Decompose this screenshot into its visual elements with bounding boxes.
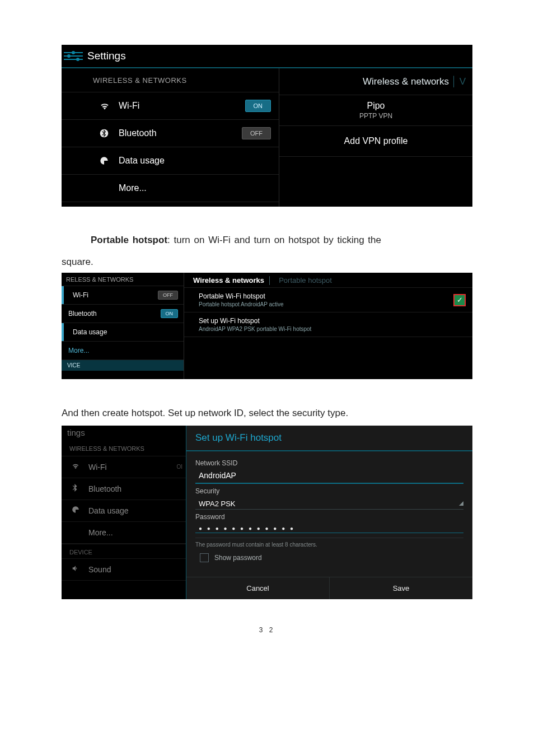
bluetooth-icon — [72, 484, 82, 493]
password-label: Password — [195, 513, 463, 521]
page-number: 3 2 — [62, 626, 472, 634]
dropdown-icon — [459, 501, 463, 506]
sound-row[interactable]: Sound — [62, 558, 186, 581]
paragraph-create-hotspot: And then create hotspot. Set up network … — [62, 405, 472, 422]
set-up-wifi-hotspot-row[interactable]: Set up Wi-Fi hotspot AndroidAP WPA2 PSK … — [184, 312, 472, 337]
active-marker — [62, 323, 64, 341]
settings-right-pane: Wireless & networks│V Pipo PPTP VPN Add … — [279, 68, 472, 207]
wifi-icon — [72, 463, 82, 471]
wifi-toggle-2[interactable]: OFF — [158, 291, 178, 300]
hotspot-checkbox[interactable]: ✓ — [453, 294, 466, 306]
more-label: More... — [119, 183, 271, 193]
wifi-row-2[interactable]: Wi-Fi OFF — [62, 286, 184, 305]
paragraph-portable-hotspot: Portable hotspot: turn on Wi-Fi and turn… — [62, 229, 472, 251]
section-wireless-networks: WIRELESS & NETWORKS — [62, 68, 279, 92]
ssid-label: Network SSID — [195, 459, 463, 467]
settings-header: Settings — [62, 45, 472, 68]
settings-title-cut: tings — [62, 426, 186, 440]
more-row[interactable]: More... — [62, 174, 279, 202]
breadcrumb-2: Wireless & networks│Portable hotspot — [184, 273, 472, 288]
security-spinner[interactable]: WPA2 PSK — [195, 496, 463, 510]
vpn-profile-pipo[interactable]: Pipo PPTP VPN — [279, 95, 472, 126]
vpn-name: Pipo — [287, 101, 465, 111]
show-password-checkbox[interactable] — [200, 553, 209, 562]
data-usage-label: Data usage — [119, 156, 271, 166]
password-input[interactable]: ● ● ● ● ● ● ● ● ● ● ● ● — [195, 522, 463, 533]
dialog-title: Set up Wi-Fi hotspot — [186, 426, 472, 451]
ssid-input[interactable]: AndroidAP — [195, 468, 463, 484]
paragraph-portable-hotspot-cont: square. — [62, 251, 472, 273]
settings-left-pane: WIRELESS & NETWORKS Wi-Fi ON Bluetooth O… — [62, 68, 279, 207]
save-button[interactable]: Save — [330, 577, 472, 599]
setup-hotspot-dialog-screenshot: tings WIRELESS & NETWORKS Wi-Fi OI Bluet… — [62, 426, 472, 599]
active-marker — [62, 286, 64, 304]
portable-hotspot-screenshot: RELESS & NETWORKS Wi-Fi OFF Bluetooth ON… — [62, 273, 472, 379]
bluetooth-toggle[interactable]: OFF — [242, 127, 271, 139]
more-row-2[interactable]: More... — [62, 341, 184, 360]
wifi-row[interactable]: Wi-Fi ON — [62, 92, 279, 120]
settings-vpn-screenshot: Settings WIRELESS & NETWORKS Wi-Fi ON Bl… — [62, 45, 472, 207]
section-device-2: VICE — [62, 360, 184, 371]
cancel-button[interactable]: Cancel — [186, 577, 330, 599]
bluetooth-row[interactable]: Bluetooth OFF — [62, 119, 279, 147]
data-usage-row-2[interactable]: Data usage — [62, 323, 184, 342]
data-usage-row[interactable]: Data usage — [62, 147, 279, 175]
security-label: Security — [195, 487, 463, 495]
bluetooth-label: Bluetooth — [119, 128, 242, 138]
data-usage-icon — [100, 156, 111, 165]
password-hint: The password must contain at least 8 cha… — [195, 538, 463, 550]
portable-wifi-hotspot-row[interactable]: Portable Wi-Fi hotspot Portable hotspot … — [184, 287, 472, 312]
sound-icon — [72, 564, 82, 574]
breadcrumb: Wireless & networks│V — [279, 68, 472, 95]
section-wireless-networks-3: WIRELESS & NETWORKS — [62, 440, 186, 456]
settings-title: Settings — [87, 50, 126, 62]
add-vpn-profile[interactable]: Add VPN profile — [279, 125, 472, 157]
wifi-label: Wi-Fi — [119, 101, 245, 111]
section-device: DEVICE — [62, 544, 186, 559]
more-row-3[interactable]: More... — [62, 521, 186, 544]
wifi-row-3[interactable]: Wi-Fi OI — [62, 456, 186, 478]
bluetooth-row-3[interactable]: Bluetooth — [62, 478, 186, 500]
section-wireless-networks-2: RELESS & NETWORKS — [62, 273, 184, 286]
wifi-icon — [100, 102, 111, 110]
show-password-row[interactable]: Show password — [195, 550, 463, 568]
bluetooth-row-2[interactable]: Bluetooth ON — [62, 304, 184, 323]
setup-hotspot-dialog: Set up Wi-Fi hotspot Network SSID Androi… — [186, 426, 472, 599]
wifi-toggle[interactable]: ON — [245, 100, 271, 112]
data-usage-icon — [72, 506, 82, 515]
settings-icon — [64, 46, 83, 66]
data-usage-row-3[interactable]: Data usage — [62, 500, 186, 522]
bluetooth-toggle-2[interactable]: ON — [161, 309, 179, 318]
bluetooth-icon — [100, 129, 111, 138]
vpn-type: PPTP VPN — [287, 112, 465, 120]
